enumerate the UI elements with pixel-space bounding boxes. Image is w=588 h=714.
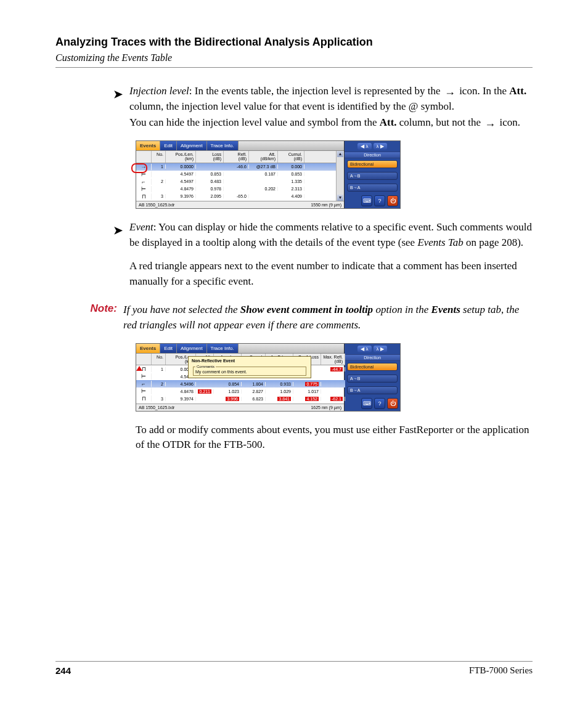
lambda-prev-button[interactable]: ◀ λ <box>357 346 371 352</box>
events-table-body: Non-Reflective Event Comments My comment… <box>136 365 345 403</box>
section-title: Customizing the Events Table <box>55 52 533 63</box>
tab-alignment[interactable]: Alignment <box>177 344 207 353</box>
bullet-icon: ➤ <box>113 222 123 238</box>
table-row[interactable]: ⊓39.39762.095-65.04.409 <box>136 193 336 200</box>
direction-ba-button[interactable]: B→A <box>347 184 398 192</box>
keyboard-icon[interactable]: ⌨ <box>361 398 372 409</box>
lambda-next-button[interactable]: λ ▶ <box>374 346 387 352</box>
table-row[interactable]: →10.0000-46.6@27.3 dB0.000 <box>136 163 336 171</box>
table-row[interactable]: ⊓39.39743.9966.8233.8414.152-62.1 <box>136 395 345 402</box>
header-rule <box>55 67 533 68</box>
direction-bidirectional-button[interactable]: Bidirectional <box>347 160 398 168</box>
scrollbar[interactable]: ▲ ▼ <box>336 151 344 201</box>
comment-triangle-icon <box>136 366 142 371</box>
power-icon[interactable]: ⏻ <box>387 398 398 409</box>
arrow-icon: → <box>484 119 496 130</box>
event-type-icon: ⊢ <box>136 388 152 394</box>
table-row[interactable]: ⌐24.54960.8541.8040.9330.775 <box>136 380 345 387</box>
tab-events[interactable]: Events <box>136 344 160 353</box>
term-injection: Injection level <box>129 85 189 97</box>
event-type-icon: ⊢ <box>136 373 152 379</box>
scroll-down-icon[interactable]: ▼ <box>337 195 343 201</box>
lambda-prev-button[interactable]: ◀ λ <box>357 143 371 150</box>
chapter-title: Analyzing Traces with the Bidirectional … <box>55 36 533 49</box>
note-block: Note: If you have not selected the Show … <box>55 302 533 333</box>
tabs-bar: Events Edit Alignment Trace Info. <box>136 141 344 151</box>
event-tooltip: Non-Reflective Event Comments My comment… <box>188 356 311 378</box>
bullet-injection: ➤ Injection level: In the events table, … <box>129 84 533 131</box>
bullet-event: ➤ Event: You can display or hide the com… <box>129 220 533 290</box>
event-type-icon: ⊢ <box>136 186 152 192</box>
event-type-icon: ⌐ <box>136 179 152 185</box>
tabs-bar: Events Edit Alignment Trace Info. <box>136 344 344 354</box>
status-bar: AB 1550_1625.bdr 1550 nm (9 µm) <box>136 201 344 208</box>
direction-label: Direction <box>345 152 400 158</box>
table-row[interactable]: ⊢4.84780.2111.0232.8271.0291.017 <box>136 387 345 395</box>
direction-ba-button[interactable]: B→A <box>347 386 398 394</box>
help-icon[interactable]: ? <box>374 398 385 409</box>
tab-edit[interactable]: Edit <box>160 141 177 150</box>
side-panel: ◀ λ λ ▶ Direction Bidirectional A→B B→A … <box>344 344 400 411</box>
table-row[interactable]: ⊢4.84790.9780.2022.313 <box>136 185 336 193</box>
screenshot-events-comment: Events Edit Alignment Trace Info. No. Po… <box>136 343 401 412</box>
status-bar: AB 1550_1625.bdr 1625 nm (9 µm) <box>136 404 344 411</box>
event-type-icon: ⌐ <box>136 381 152 387</box>
table-row[interactable]: ⊢4.54970.8530.1870.853 <box>136 171 336 178</box>
screenshot-events-injection: Events Edit Alignment Trace Info. No. Po… <box>136 140 401 209</box>
event-type-icon: ⊢ <box>136 171 152 177</box>
direction-ab-button[interactable]: A→B <box>347 375 398 383</box>
events-table-header: No. Pos./Len. (km) Loss (dB) Refl. (dB) … <box>136 151 336 163</box>
help-icon[interactable]: ? <box>374 195 385 206</box>
keyboard-icon[interactable]: ⌨ <box>361 195 372 206</box>
direction-bidirectional-button[interactable]: Bidirectional <box>347 363 398 371</box>
event-type-icon: ⊓ <box>136 396 152 402</box>
side-panel: ◀ λ λ ▶ Direction Bidirectional A→B B→A … <box>344 141 400 208</box>
note-label: Note: <box>55 302 123 333</box>
direction-label: Direction <box>345 354 400 361</box>
term-event: Event <box>129 221 153 233</box>
table-row[interactable]: ⌐24.54970.4831.335 <box>136 178 336 185</box>
product-series: FTB-7000 Series <box>469 665 533 676</box>
power-icon[interactable]: ⏻ <box>387 195 398 206</box>
bullet-icon: ➤ <box>113 86 123 102</box>
page-number: 244 <box>55 665 71 676</box>
events-table-body: →10.0000-46.6@27.3 dB0.000⊢4.54970.8530.… <box>136 163 336 201</box>
trailing-paragraph: To add or modify comments about events, … <box>136 423 533 453</box>
lambda-next-button[interactable]: λ ▶ <box>374 143 387 150</box>
tab-edit[interactable]: Edit <box>160 344 177 353</box>
tab-alignment[interactable]: Alignment <box>177 141 207 150</box>
event-type-icon: → <box>136 164 152 170</box>
tab-trace-info[interactable]: Trace Info. <box>207 141 239 150</box>
arrow-icon: → <box>444 87 455 99</box>
event-type-icon: ⊓ <box>136 193 152 200</box>
tab-events[interactable]: Events <box>136 141 160 150</box>
scroll-up-icon[interactable]: ▲ <box>337 151 343 157</box>
tab-trace-info[interactable]: Trace Info. <box>207 344 239 353</box>
direction-ab-button[interactable]: A→B <box>347 172 398 180</box>
page-footer: 244 FTB-7000 Series <box>55 661 533 676</box>
